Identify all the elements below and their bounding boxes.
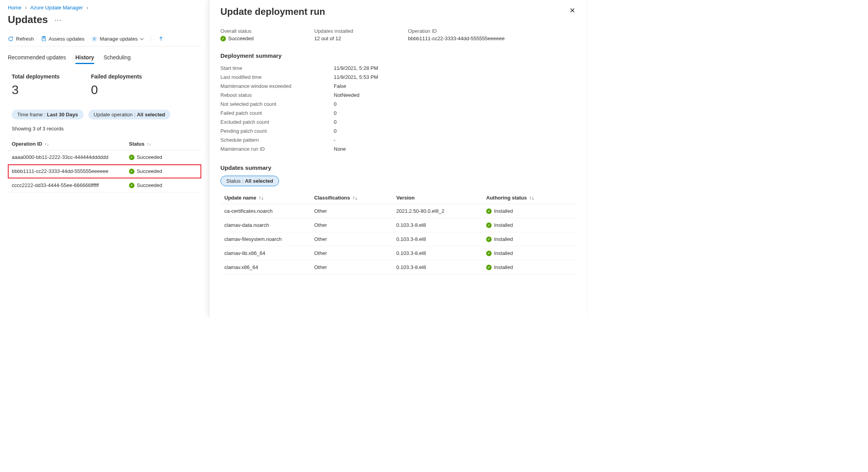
tabs: Recommended updates History Scheduling (8, 54, 201, 64)
table-row[interactable]: aaaa0000-bb11-2222-33cc-444444dddddd Suc… (8, 150, 201, 164)
operations-table: Operation ID ↑↓ Status ↑↓ aaaa0000-bb11-… (8, 138, 201, 192)
cell-version: 0.103.3-8.el8 (396, 236, 486, 242)
panel-title: Update deployment run (220, 6, 325, 17)
table-row[interactable]: clamav-lib.x86_64 Other 0.103.3-8.el8 In… (220, 246, 575, 260)
summary-value: 0 (334, 110, 336, 116)
tab-history[interactable]: History (75, 54, 94, 64)
table-row[interactable]: bbbb1111-cc22-3333-44dd-555555eeeeee Suc… (8, 164, 201, 178)
filter-label: Update operation : (94, 112, 137, 118)
toolbar: Refresh Assess updates Manage updates (8, 35, 201, 46)
filter-value: Last 30 Days (47, 112, 78, 118)
breadcrumb-home[interactable]: Home (8, 5, 21, 11)
cell-classification: Other (314, 250, 396, 256)
deployment-summary-title: Deployment summary (220, 52, 575, 59)
filter-timeframe[interactable]: Time frame : Last 30 Days (12, 110, 84, 119)
cell-operation-id: bbbb1111-cc22-3333-44dd-555555eeeeee (12, 168, 129, 174)
success-icon (486, 237, 492, 242)
cell-authoring-status: Installed (486, 208, 564, 214)
summary-key: Last modified time (220, 74, 334, 80)
filter-value: All selected (137, 112, 165, 118)
summary-value: 0 (334, 128, 336, 134)
manage-button[interactable]: Manage updates (91, 36, 144, 42)
filter-label: Status : (226, 178, 245, 184)
column-update-name[interactable]: Update name ↑↓ (224, 195, 314, 201)
chevron-down-icon (140, 36, 144, 42)
overview-value: bbbb1111-cc22-3333-44dd-555555eeeeee (408, 36, 505, 41)
sort-icon: ↑↓ (353, 195, 358, 201)
cell-version: 0.103.3-8.el8 (396, 222, 486, 228)
more-icon[interactable]: ⋯ (54, 16, 61, 24)
summary-row: Last modified time 11/9/2021, 5:53 PM (220, 73, 575, 82)
summary-row: Maintenance run ID None (220, 144, 575, 153)
table-row[interactable]: cccc2222-dd33-4444-55ee-666666ffffff Suc… (8, 178, 201, 192)
summary-key: Not selected patch count (220, 101, 334, 107)
table-header-row: Operation ID ↑↓ Status ↑↓ (8, 138, 201, 150)
table-row[interactable]: clamav.x86_64 Other 0.103.3-8.el8 Instal… (220, 260, 575, 274)
breadcrumb-separator: › (87, 5, 88, 11)
tab-recommended[interactable]: Recommended updates (8, 54, 66, 64)
success-icon (486, 265, 492, 270)
stat-failed-value: 0 (91, 83, 142, 97)
summary-value: 11/9/2021, 5:28 PM (334, 65, 378, 71)
summary-key: Failed patch count (220, 110, 334, 116)
cell-authoring-status: Installed (486, 264, 564, 270)
table-row[interactable]: ca-certificates.noarch Other 2021.2.50-8… (220, 204, 575, 218)
refresh-icon (8, 36, 14, 42)
status-text: Succeeded (137, 154, 162, 160)
close-button[interactable]: ✕ (569, 6, 575, 15)
stat-failed: Failed deployments 0 (91, 73, 142, 97)
summary-key: Reboot status (220, 92, 334, 98)
overview-value: Succeeded (228, 36, 254, 41)
assess-label: Assess updates (49, 36, 85, 42)
column-authoring-status[interactable]: Authoring status ↑↓ (486, 195, 564, 201)
table-row[interactable]: clamav-data.noarch Other 0.103.3-8.el8 I… (220, 218, 575, 232)
breadcrumb: Home › Azure Update Manager › (8, 5, 201, 11)
summary-value: 0 (334, 119, 336, 125)
cell-authoring-status: Installed (486, 250, 564, 256)
status-filter-pill[interactable]: Status : All selected (220, 176, 279, 186)
assess-button[interactable]: Assess updates (41, 36, 85, 42)
cell-version: 0.103.3-8.el8 (396, 264, 486, 270)
overview-value: 12 out of 12 (314, 36, 385, 41)
updates-summary-title: Updates summary (220, 164, 575, 171)
filter-label: Time frame : (17, 112, 47, 118)
upload-button[interactable] (158, 36, 164, 41)
success-icon (486, 208, 492, 214)
overview-label: Updates installed (314, 28, 385, 34)
column-label: Classifications (314, 195, 350, 201)
tab-scheduling[interactable]: Scheduling (104, 54, 131, 64)
stat-total-value: 3 (12, 83, 60, 97)
sort-icon: ↑↓ (529, 195, 534, 201)
sort-icon: ↑↓ (45, 142, 49, 146)
breadcrumb-parent[interactable]: Azure Update Manager (30, 5, 83, 11)
column-version[interactable]: Version (396, 195, 486, 201)
status-text: Installed (494, 208, 513, 214)
column-classifications[interactable]: Classifications ↑↓ (314, 195, 396, 201)
refresh-button[interactable]: Refresh (8, 36, 34, 42)
status-text: Installed (494, 222, 513, 228)
stat-total-label: Total deployments (12, 73, 60, 80)
updates-header-row: Update name ↑↓ Classifications ↑↓ Versio… (220, 192, 575, 204)
table-row[interactable]: clamav-filesystem.noarch Other 0.103.3-8… (220, 232, 575, 246)
filter-operation[interactable]: Update operation : All selected (88, 110, 171, 119)
summary-row: Maintenance window exceeded False (220, 82, 575, 91)
summary-row: Start time 11/9/2021, 5:28 PM (220, 64, 575, 73)
column-operation-id[interactable]: Operation ID ↑↓ (12, 141, 129, 147)
status-text: Succeeded (137, 182, 162, 188)
cell-update-name: clamav-lib.x86_64 (224, 250, 314, 256)
cell-classification: Other (314, 208, 396, 214)
manage-label: Manage updates (100, 36, 138, 42)
page-title: Updates (8, 14, 48, 26)
cell-version: 0.103.3-8.el8 (396, 250, 486, 256)
column-status[interactable]: Status ↑↓ (129, 141, 188, 147)
clipboard-icon (41, 36, 47, 42)
summary-row: Pending patch count 0 (220, 126, 575, 135)
success-icon (129, 169, 134, 174)
cell-update-name: clamav-filesystem.noarch (224, 236, 314, 242)
cell-authoring-status: Installed (486, 236, 564, 242)
overview-row: Overall status Succeeded Updates install… (220, 28, 575, 41)
success-icon (129, 155, 134, 160)
summary-key: Maintenance window exceeded (220, 83, 334, 89)
cell-classification: Other (314, 264, 396, 270)
sort-icon: ↑↓ (259, 195, 264, 201)
